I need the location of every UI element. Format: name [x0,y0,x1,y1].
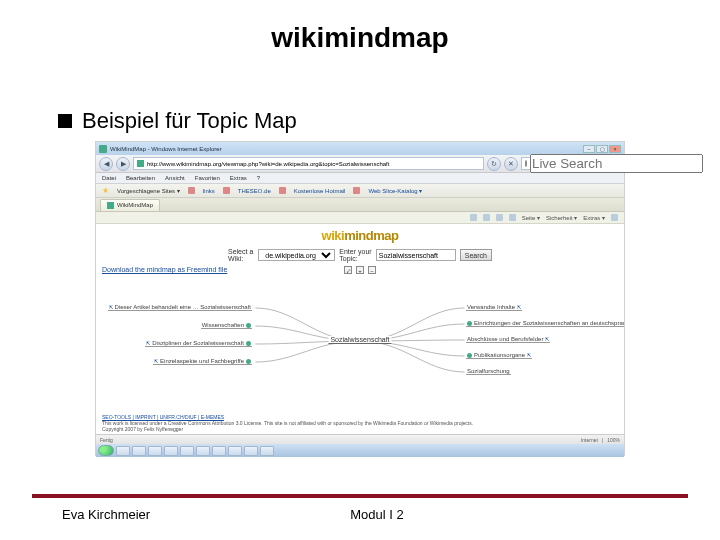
mindmap-node[interactable]: ⇱Disziplinen der Sozialwissenschaft [145,340,252,347]
wiki-select[interactable]: de.wikipedia.org [258,249,335,261]
external-link-icon[interactable]: ⇱ [109,304,113,310]
taskbar-button[interactable] [148,446,162,456]
bullet-marker [58,114,72,128]
url-input[interactable] [147,161,480,167]
favlink-icon [223,187,230,194]
status-zone: Internet [581,437,598,443]
mindmap-node[interactable]: Einrichtungen der Sozialwissenschaften a… [466,320,624,327]
slide-footer: Eva Kirchmeier Modul I 2 [62,507,658,522]
address-favicon-icon [137,160,144,167]
mindmap-node[interactable]: Publikationsorgane⇱ [466,352,532,359]
windows-taskbar [96,444,624,457]
favlink-c[interactable]: Kostenlose Hotmail [294,188,346,194]
footer-copyright: Copyright 2007 by Felix Nyffenegger [102,426,183,432]
favorites-bar: ★ Vorgeschlagene Sites ▾ links THESEO.de… [96,184,624,198]
slide-title: wikimindmap [0,0,720,54]
home-icon[interactable] [470,214,477,221]
nav-toolbar: ◀ ▶ ↻ ✕ [96,155,624,173]
search-icon [525,160,527,167]
external-link-icon[interactable]: ⇱ [146,340,150,346]
favlink-a[interactable]: links [203,188,215,194]
taskbar-button[interactable] [116,446,130,456]
close-button[interactable]: × [609,145,621,153]
mindmap-node[interactable]: Wissenschaften [201,322,252,329]
forward-button[interactable]: ▶ [116,157,130,171]
resize-icon[interactable]: ⤢ [344,266,352,274]
print-icon[interactable] [509,214,516,221]
zoom-in-icon[interactable]: + [356,266,364,274]
embedded-screenshot: WikiMindMap - Windows Internet Explorer … [95,141,625,456]
search-button[interactable]: Search [460,249,492,261]
minimize-button[interactable]: – [583,145,595,153]
topic-input[interactable] [376,249,456,261]
taskbar-button[interactable] [260,446,274,456]
taskbar-button[interactable] [180,446,194,456]
menu-edit[interactable]: Bearbeiten [126,175,155,181]
feeds-icon[interactable] [483,214,490,221]
taskbar-button[interactable] [244,446,258,456]
expand-icon[interactable] [246,323,251,328]
mindmap-node[interactable]: Verwandte Inhalte⇱ [466,304,522,311]
taskbar-button[interactable] [196,446,210,456]
external-link-icon[interactable]: ⇱ [517,304,521,310]
refresh-button[interactable]: ↻ [487,157,501,171]
menu-view[interactable]: Ansicht [165,175,185,181]
start-button[interactable] [98,445,114,456]
extras-menu[interactable]: Extras ▾ [583,214,605,221]
menu-favorites[interactable]: Favoriten [195,175,220,181]
back-button[interactable]: ◀ [99,157,113,171]
external-link-icon[interactable]: ⇱ [527,352,531,358]
menu-file[interactable]: Datei [102,175,116,181]
browser-tab[interactable]: WikiMindMap [100,199,160,211]
stop-button[interactable]: ✕ [504,157,518,171]
menu-help[interactable]: ? [257,175,260,181]
external-link-icon[interactable]: ⇱ [545,336,549,342]
menu-extras[interactable]: Extras [230,175,247,181]
help-icon[interactable] [611,214,618,221]
taskbar-button[interactable] [228,446,242,456]
page-menu[interactable]: Seite ▾ [522,214,540,221]
tab-bar: WikiMindMap [96,198,624,212]
expand-icon[interactable] [246,341,251,346]
external-link-icon[interactable]: ⇱ [154,358,158,364]
mindmap-canvas[interactable]: Sozialwissenschaft ⇱Dieser Artikel behan… [96,296,624,406]
menu-bar: Datei Bearbeiten Ansicht Favoriten Extra… [96,173,624,184]
mindmap-node[interactable]: ⇱Einzelaspekte und Fachbegriffe [153,358,252,365]
status-zoom[interactable]: 100% [607,437,620,443]
browser-search-input[interactable] [530,154,703,173]
suggested-sites[interactable]: Vorgeschlagene Sites ▾ [117,187,180,194]
taskbar-button[interactable] [132,446,146,456]
expand-icon[interactable] [467,353,472,358]
favorites-star-icon[interactable]: ★ [102,186,109,195]
status-bar: Fertig Internet | 100% [96,434,624,444]
mindmap-node[interactable]: Abschlüsse und Berufsfelder⇱ [466,336,550,343]
mindmap-center-node[interactable]: Sozialwissenschaft [328,336,391,344]
tab-favicon-icon [107,202,114,209]
favlink-icon [353,187,360,194]
wikimindmap-logo: wikimindmap [322,228,399,243]
browser-search[interactable] [521,157,621,170]
zoom-out-icon[interactable]: − [368,266,376,274]
favlink-b[interactable]: THESEO.de [238,188,271,194]
safety-menu[interactable]: Sicherheit ▾ [546,214,577,221]
page-favicon-icon [99,145,107,153]
maximize-button[interactable]: ▢ [596,145,608,153]
favlink-icon [188,187,195,194]
mindmap-node[interactable]: Sozialforschung [466,368,511,375]
download-freemind-link[interactable]: Download the mindmap as Freemind file [102,266,227,273]
expand-icon[interactable] [467,321,472,326]
footer-divider [32,494,688,498]
command-bar: Seite ▾ Sicherheit ▾ Extras ▾ [96,212,624,224]
address-bar[interactable] [133,157,484,170]
status-done: Fertig [100,437,113,443]
favlink-d[interactable]: Web Slice-Katalog ▾ [368,187,422,194]
taskbar-button[interactable] [212,446,226,456]
taskbar-button[interactable] [164,446,178,456]
mindmap-node[interactable]: ⇱Dieser Artikel behandelt eine … Sozialw… [108,304,252,311]
footer-module: Modul I 2 [350,507,403,522]
mail-icon[interactable] [496,214,503,221]
expand-icon[interactable] [246,359,251,364]
page-footer: SEO-TOOLS | IMPRINT | UNIFR.CH/DIUF | E-… [102,414,618,432]
bullet-item: Beispiel für Topic Map [58,108,297,134]
window-title: WikiMindMap - Windows Internet Explorer [110,146,222,152]
